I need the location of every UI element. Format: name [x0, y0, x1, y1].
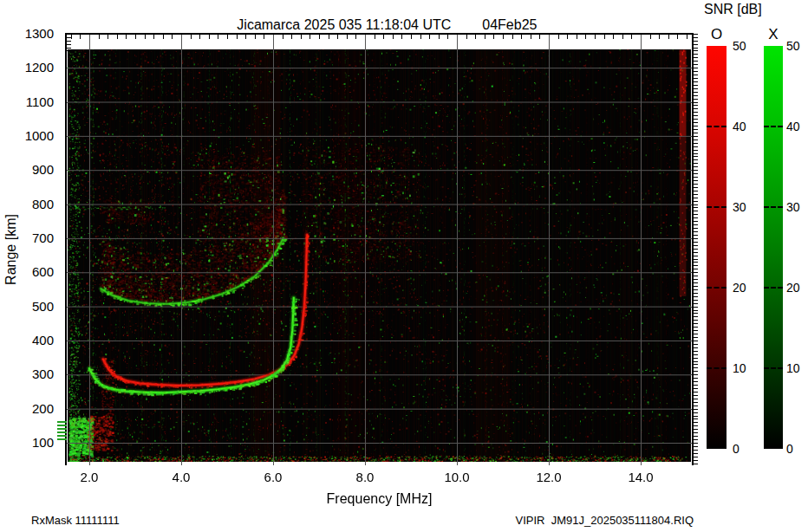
right-minor-tick [694, 78, 698, 79]
right-minor-tick [694, 279, 698, 280]
right-minor-tick [694, 364, 698, 365]
right-minor-tick [694, 464, 698, 464]
horizontal-gridline [67, 34, 692, 35]
x-colorbar-tick-label: 10 [786, 361, 808, 375]
right-minor-tick [694, 81, 698, 82]
o-colorbar-tick-label: 0 [733, 442, 755, 456]
x-tick-label: 12.0 [523, 470, 575, 484]
y-tick-label: 1000 [7, 128, 54, 144]
green-echo-dash [57, 421, 67, 423]
right-minor-tick [694, 418, 698, 419]
right-minor-tick [694, 327, 698, 328]
right-minor-tick [694, 71, 698, 72]
right-minor-tick [694, 422, 698, 423]
right-minor-tick [694, 354, 698, 355]
x-mode-label: X [764, 26, 783, 43]
top-minor-tick [199, 35, 200, 39]
right-minor-tick [694, 429, 698, 430]
right-minor-tick [694, 173, 698, 174]
right-minor-tick [694, 37, 698, 38]
top-minor-tick [631, 35, 632, 39]
top-minor-tick [245, 35, 246, 39]
plot-title: Jicamarca 2025 035 11:18:04 UTC [237, 17, 451, 32]
top-minor-tick [668, 35, 669, 39]
top-minor-tick [521, 35, 522, 39]
y-tick-label: 1200 [7, 60, 54, 75]
right-minor-tick [694, 50, 698, 51]
top-minor-tick [99, 35, 100, 39]
top-minor-tick [475, 35, 476, 39]
right-minor-tick [694, 276, 698, 276]
top-minor-tick [411, 35, 412, 39]
colorbar-dash-tick [707, 287, 727, 289]
colorbar-dash-tick [707, 367, 727, 369]
top-minor-tick [677, 35, 678, 39]
y-tick-label: 1100 [7, 94, 54, 110]
green-echo-dash [57, 431, 67, 433]
colorbar-dash-tick [707, 206, 727, 208]
top-minor-tick [163, 35, 164, 39]
right-minor-tick [694, 150, 698, 151]
right-minor-tick [694, 194, 698, 195]
colorbar-dash-tick [707, 126, 727, 127]
top-minor-tick [227, 35, 228, 39]
o-colorbar-tick-label: 50 [733, 39, 755, 53]
right-minor-tick [694, 184, 698, 185]
top-minor-tick [383, 35, 384, 39]
top-minor-tick [613, 35, 614, 39]
right-minor-tick [694, 211, 698, 211]
top-minor-tick [337, 35, 338, 39]
top-minor-tick [80, 35, 81, 39]
right-minor-tick [694, 385, 698, 386]
right-minor-tick [694, 41, 698, 42]
right-minor-tick [694, 457, 698, 457]
right-minor-tick [694, 92, 698, 93]
right-minor-tick [694, 146, 698, 147]
right-minor-tick [694, 163, 698, 164]
y-tick-label: 800 [7, 197, 54, 212]
right-minor-tick [694, 85, 698, 86]
data-file-label: VIPIR JM91J_2025035111804.RIQ [433, 514, 694, 527]
top-minor-tick [153, 35, 154, 39]
x-tick-label: 14.0 [615, 470, 667, 484]
right-minor-tick [694, 102, 698, 103]
right-minor-tick [694, 180, 698, 181]
top-minor-tick [218, 35, 218, 39]
ionogram-canvas [68, 49, 691, 462]
top-minor-tick [485, 35, 485, 39]
top-minor-tick [319, 35, 320, 39]
o-colorbar-tick-label: 20 [733, 281, 755, 295]
right-minor-tick [694, 159, 698, 160]
right-minor-tick [694, 374, 698, 375]
top-minor-tick [558, 35, 559, 39]
right-minor-tick [694, 61, 698, 62]
top-minor-tick [567, 35, 568, 39]
right-minor-tick [694, 75, 698, 75]
colorbar-dash-tick [764, 206, 783, 208]
right-minor-tick [694, 351, 698, 352]
right-minor-tick [694, 262, 698, 263]
right-minor-tick [694, 432, 698, 433]
right-minor-tick [694, 129, 698, 130]
right-minor-tick [694, 388, 698, 389]
right-minor-tick [694, 409, 698, 410]
right-minor-tick [694, 344, 698, 345]
top-minor-tick [375, 35, 375, 39]
right-minor-tick [694, 133, 698, 133]
right-minor-tick [694, 269, 698, 269]
right-minor-tick [694, 296, 698, 297]
ionogram-app: Jicamarca 2025 035 11:18:04 UTC04Feb25 R… [0, 0, 808, 532]
right-minor-tick [694, 88, 698, 89]
right-minor-tick [694, 282, 698, 283]
right-minor-tick [694, 214, 698, 215]
right-minor-tick [694, 307, 698, 308]
o-mode-colorbar [707, 46, 727, 449]
top-minor-tick [264, 35, 264, 39]
right-minor-tick [694, 392, 698, 393]
right-minor-tick [694, 323, 698, 324]
right-minor-tick [694, 446, 698, 447]
o-colorbar-tick-label: 30 [733, 200, 755, 214]
right-minor-tick [694, 286, 698, 287]
right-minor-tick [694, 198, 698, 198]
right-minor-tick [694, 367, 698, 368]
